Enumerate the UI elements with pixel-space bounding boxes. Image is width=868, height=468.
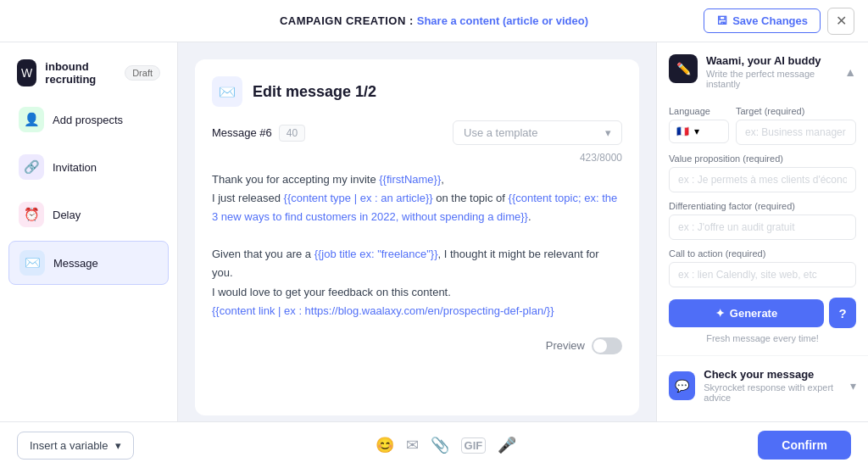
template-select[interactable]: Use a template ▾ [453,120,622,145]
check-title: Check your message [704,368,850,381]
microphone-icon[interactable]: 🎤 [498,436,516,454]
var-content-link: {{content link | ex : https://blog.waala… [212,304,554,317]
check-titles: Check your message Skyrocket response wi… [704,368,850,403]
generate-row: ✦ Generate ? [669,298,856,328]
message-number: Message #6 [212,126,272,139]
cta-label: Call to action (required) [669,248,856,259]
app-logo-icon: W [17,59,36,86]
diff-factor-input[interactable] [669,214,856,240]
check-subtitle: Skyrocket response with expert advice [704,382,850,403]
message-icon: ✉️ [19,250,45,276]
ai-panel-subtitle: Write the perfect message instantly [706,69,844,89]
main-layout: W inbound recruiting Draft 👤 Add prospec… [0,42,868,421]
ai-panel-section: ✏️ Waami, your AI buddy Write the perfec… [657,42,868,356]
campaign-label: CAMPAIGN CREATION : [280,14,414,27]
ai-panel-header: ✏️ Waami, your AI buddy Write the perfec… [657,42,868,98]
ai-panel-header-left: ✏️ Waami, your AI buddy Write the perfec… [669,54,844,89]
header: CAMPAIGN CREATION : Share a content (art… [0,0,868,42]
sparkle-icon: ✦ [715,307,725,320]
right-panel: ✏️ Waami, your AI buddy Write the perfec… [656,42,868,421]
close-button[interactable]: ✕ [827,8,854,35]
check-section[interactable]: 💬 Check your message Skyrocket response … [657,356,868,415]
ai-panel-icon: ✏️ [669,54,698,83]
sidebar-item-label: Message [53,257,98,270]
value-prop-label: Value proposition (required) [669,153,856,164]
chevron-down-icon: ▾ [850,379,856,393]
insert-variable-label: Insert a variable [30,439,108,452]
chevron-down-icon: ▾ [115,439,121,452]
email-icon[interactable]: ✉ [406,436,419,454]
sidebar: W inbound recruiting Draft 👤 Add prospec… [0,42,178,421]
ai-panel-titles: Waami, your AI buddy Write the perfect m… [706,54,844,89]
lang-target-row: Language 🇫🇷 ▾ Target (required) [669,98,856,145]
draft-badge: Draft [125,65,160,81]
emoji-icon[interactable]: 😊 [376,436,394,454]
edit-header: ✉️ Edit message 1/2 [212,76,622,107]
content-area: ✉️ Edit message 1/2 Message #6 40 Use a … [178,42,656,421]
char-count-display: 423/8000 [212,152,622,164]
language-field: Language 🇫🇷 ▾ [669,98,729,145]
message-body[interactable]: Thank you for accepting my invite {{firs… [212,167,622,324]
gif-icon[interactable]: GIF [461,437,487,454]
preview-label: Preview [546,339,585,352]
diff-factor-label: Differentiating factor (required) [669,201,856,211]
cta-input[interactable] [669,262,856,287]
generate-note: Fresh message every time! [669,333,856,343]
value-prop-input[interactable] [669,167,856,192]
chevron-down-icon: ▾ [605,126,611,139]
app-name: inbound recruiting [45,60,116,86]
preview-row: Preview [212,337,622,354]
invitation-icon: 🔗 [19,154,44,180]
sidebar-item-label: Delay [53,209,81,221]
sidebar-logo-item: W inbound recruiting Draft [8,53,169,93]
save-button[interactable]: 🖫 Save Changes [704,8,821,33]
sidebar-item-add-prospects[interactable]: 👤 Add prospects [8,98,169,141]
var-firstname: {{firstName}} [379,173,441,186]
bottom-toolbar: Insert a variable ▾ 😊 ✉ 📎 GIF 🎤 Confirm [0,421,868,468]
attachment-icon[interactable]: 📎 [431,436,449,454]
target-field: Target (required) [736,98,856,145]
var-job-title: {{job title ex: "freelance"}} [314,248,438,260]
toolbar-icons: 😊 ✉ 📎 GIF 🎤 [376,436,517,454]
chevron-down-icon: ▾ [694,125,699,137]
language-label: Language [669,106,729,116]
confirm-button[interactable]: Confirm [758,431,851,460]
sidebar-item-message[interactable]: ✉️ Message [8,241,169,285]
sidebar-item-invitation[interactable]: 🔗 Invitation [8,146,169,188]
insert-variable-button[interactable]: Insert a variable ▾ [17,432,134,460]
var-content-type: {{content type | ex : an article}} [284,192,433,204]
campaign-link[interactable]: Share a content (article or video) [417,14,588,27]
char-limit: 40 [279,125,305,142]
target-label: Target (required) [736,106,856,116]
message-top-row: Message #6 40 Use a template ▾ [212,120,622,145]
sidebar-item-delay[interactable]: ⏰ Delay [8,193,169,236]
edit-title: Edit message 1/2 [253,83,376,101]
target-input[interactable] [736,120,856,145]
sidebar-item-label: Invitation [53,161,97,174]
ai-panel-body: Language 🇫🇷 ▾ Target (required) Value pr… [657,98,868,355]
check-icon: 💬 [669,371,695,400]
template-placeholder: Use a template [464,126,537,139]
header-actions: 🖫 Save Changes ✕ [704,8,854,35]
chevron-up-icon[interactable]: ▲ [844,65,856,79]
sidebar-item-label: Add prospects [53,114,123,126]
edit-card: ✉️ Edit message 1/2 Message #6 40 Use a … [195,59,639,415]
language-select[interactable]: 🇫🇷 ▾ [669,120,729,143]
generate-button[interactable]: ✦ Generate [669,299,824,327]
flag-icon: 🇫🇷 [676,125,689,137]
check-section-left: 💬 Check your message Skyrocket response … [669,368,850,403]
edit-icon: ✉️ [212,76,242,107]
preview-toggle[interactable] [592,337,622,354]
save-icon: 🖫 [716,14,727,27]
ai-panel-title: Waami, your AI buddy [706,54,844,67]
add-prospects-icon: 👤 [19,107,44,132]
help-button[interactable]: ? [829,298,856,328]
delay-icon: ⏰ [19,202,44,227]
